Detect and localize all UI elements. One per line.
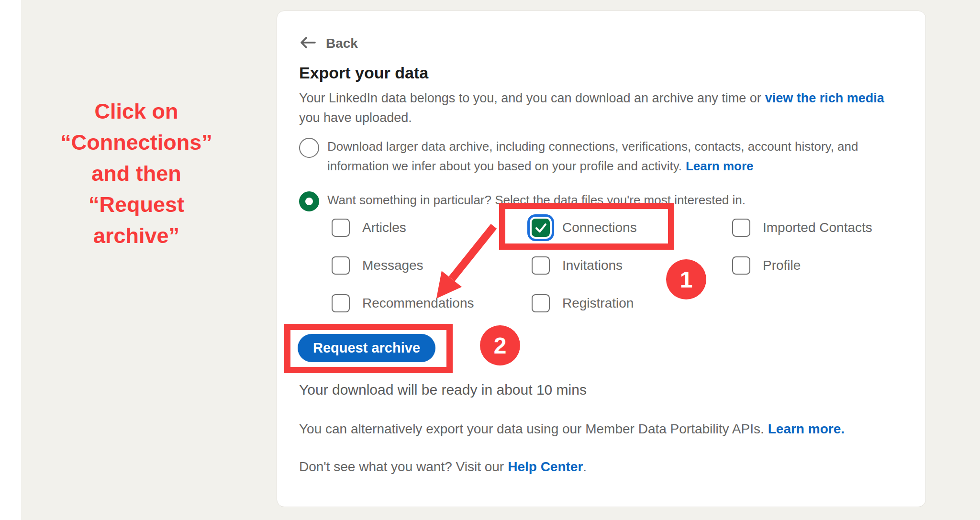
- intro-text: Your LinkedIn data belongs to you, and y…: [299, 91, 761, 105]
- checkbox-label: Profile: [763, 258, 801, 273]
- annotation-line: archive”: [38, 220, 234, 251]
- view-rich-media-link[interactable]: view the rich media: [765, 91, 884, 105]
- checkbox-icon: [332, 256, 350, 275]
- checkbox-item-invitations[interactable]: Invitations: [532, 255, 623, 276]
- back-button[interactable]: Back: [299, 36, 358, 51]
- checkbox-icon: [332, 219, 350, 237]
- radio-option-larger-archive: Download larger data archive, including …: [299, 137, 858, 176]
- api-learn-more-link[interactable]: Learn more.: [768, 421, 845, 436]
- api-alternative-text: You can alternatively export your data u…: [299, 421, 845, 437]
- annotation-line: and then: [38, 158, 234, 189]
- checkbox-item-registration[interactable]: Registration: [532, 293, 634, 314]
- intro-paragraph: Your LinkedIn data belongs to you, and y…: [299, 89, 912, 128]
- back-arrow-icon: [299, 36, 316, 51]
- annotation-line: “Request: [38, 189, 234, 220]
- request-archive-highlight-box: Request archive: [284, 324, 453, 373]
- checkbox-icon: [332, 294, 350, 312]
- checkbox-item-messages[interactable]: Messages: [332, 255, 423, 276]
- download-ready-status: Your download will be ready in about 10 …: [299, 382, 587, 398]
- step-2-badge: 2: [480, 325, 520, 365]
- checkbox-icon: [732, 219, 750, 237]
- checkbox-item-profile[interactable]: Profile: [732, 255, 801, 276]
- help-center-text: Don't see what you want? Visit ourHelp C…: [299, 459, 587, 475]
- checkbox-label: Articles: [362, 220, 406, 235]
- export-data-card: Back Export your data Your LinkedIn data…: [277, 11, 926, 507]
- annotation-line: Click on: [38, 96, 234, 127]
- step-1-badge: 1: [666, 259, 706, 299]
- intro-text-line2: you have uploaded.: [299, 108, 912, 128]
- checkbox-item-articles[interactable]: Articles: [332, 217, 406, 238]
- checkbox-label: Invitations: [562, 258, 623, 273]
- page-title: Export your data: [299, 64, 428, 82]
- connections-highlight-box: [499, 203, 674, 250]
- help-center-link[interactable]: Help Center: [508, 459, 583, 474]
- left-margin-strip: [0, 0, 21, 520]
- radio-particular-files[interactable]: [299, 191, 319, 211]
- learn-more-link[interactable]: Learn more: [686, 159, 754, 173]
- annotation-line: “Connections”: [38, 127, 234, 158]
- radio-larger-archive[interactable]: [299, 138, 319, 158]
- checkbox-icon: [532, 256, 550, 275]
- checkbox-icon: [532, 294, 550, 312]
- request-archive-button[interactable]: Request archive: [298, 334, 435, 362]
- checkbox-item-imported-contacts[interactable]: Imported Contacts: [732, 217, 872, 238]
- option-text-line1: Download larger data archive, including …: [327, 137, 858, 156]
- back-label: Back: [326, 36, 358, 51]
- tutorial-annotation: Click on “Connections” and then “Request…: [38, 96, 234, 251]
- red-arrow: [421, 206, 517, 311]
- checkbox-label: Messages: [362, 258, 423, 273]
- option-text-line2: information we infer about you based on …: [327, 159, 682, 173]
- checkbox-label: Registration: [562, 296, 634, 311]
- checkbox-icon: [732, 256, 750, 275]
- checkbox-label: Imported Contacts: [763, 220, 872, 235]
